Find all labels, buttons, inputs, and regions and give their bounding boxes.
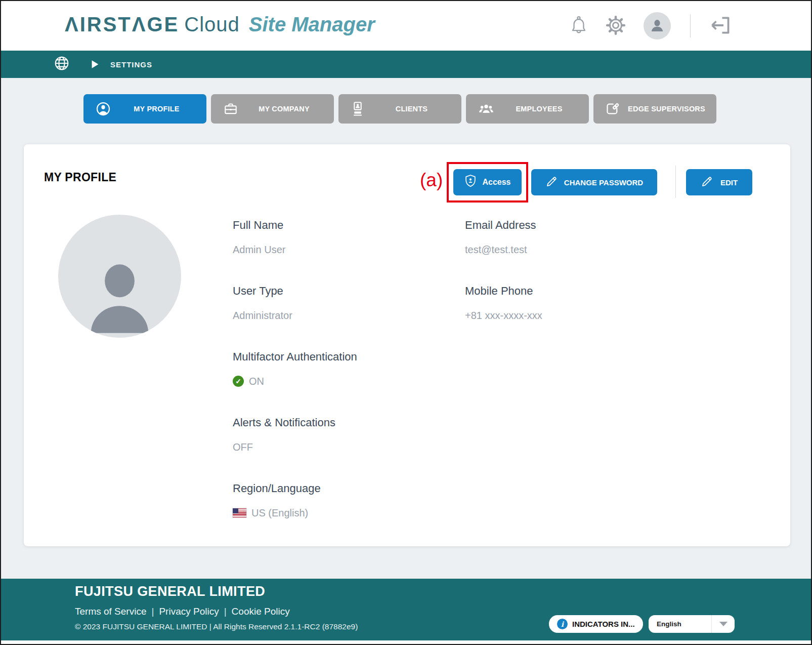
button-divider bbox=[675, 166, 676, 198]
field-full-name: Full Name Admin User bbox=[233, 219, 357, 256]
header-divider bbox=[690, 14, 691, 37]
logout-icon bbox=[710, 16, 731, 36]
field-label: Email Address bbox=[465, 219, 542, 232]
user-avatar-icon bbox=[649, 17, 665, 35]
copyright-text: © 2023 FUJITSU GENERAL LIMITED | All Rig… bbox=[75, 622, 358, 631]
breadcrumb-arrow-icon bbox=[91, 60, 99, 69]
field-label: Alerts & Notifications bbox=[233, 416, 357, 429]
terms-of-service-link[interactable]: Terms of Service bbox=[75, 606, 146, 617]
profile-picture bbox=[58, 215, 181, 338]
info-icon bbox=[557, 619, 568, 629]
pencil-icon bbox=[545, 175, 558, 189]
brand-cloud: Cloud bbox=[184, 13, 240, 35]
field-value: +81 xxx-xxxx-xxx bbox=[465, 309, 542, 322]
mfa-status: ON bbox=[249, 375, 264, 388]
profile-fields-right: Email Address test@test.test Mobile Phon… bbox=[465, 219, 542, 350]
privacy-policy-link[interactable]: Privacy Policy bbox=[159, 606, 219, 617]
person-silhouette-icon bbox=[80, 252, 159, 338]
language-dropdown-toggle[interactable] bbox=[711, 615, 735, 633]
tab-my-company[interactable]: MY COMPANY bbox=[211, 94, 334, 124]
logout-button[interactable] bbox=[710, 16, 731, 36]
field-value: Administrator bbox=[233, 309, 357, 322]
brand-airstage: ΛIRSTΛGE bbox=[65, 13, 179, 35]
field-mfa: Multifactor Authentication ON bbox=[233, 350, 357, 388]
person-circle-icon bbox=[96, 101, 111, 116]
field-label: Mobile Phone bbox=[465, 285, 542, 298]
briefcase-icon bbox=[223, 102, 238, 116]
footer-links: Terms of Service|Privacy Policy|Cookie P… bbox=[75, 606, 290, 617]
change-password-label: CHANGE PASSWORD bbox=[564, 178, 643, 187]
breadcrumb-bar: SETTINGS bbox=[1, 51, 811, 78]
annotation-label-a: (a) bbox=[420, 170, 443, 191]
field-value: test@test.test bbox=[465, 243, 542, 256]
gear-icon bbox=[605, 15, 626, 37]
bell-icon bbox=[570, 15, 588, 37]
settings-gear-button[interactable] bbox=[605, 15, 626, 37]
indicators-button-label: INDICATORS IN... bbox=[572, 620, 635, 628]
tab-clients[interactable]: CLIENTS bbox=[338, 94, 461, 124]
indicators-info-button[interactable]: INDICATORS IN... bbox=[549, 615, 643, 633]
field-label: Full Name bbox=[233, 219, 357, 232]
pencil-icon bbox=[701, 175, 713, 189]
alerts-status: OFF bbox=[233, 440, 357, 454]
footer-bottom-strip bbox=[1, 640, 811, 644]
link-separator: | bbox=[224, 606, 227, 617]
my-profile-card: MY PROFILE (a) Access CHANGE PASSWORD bbox=[24, 144, 790, 546]
field-mobile-phone: Mobile Phone +81 xxx-xxxx-xxx bbox=[465, 285, 542, 322]
account-avatar-button[interactable] bbox=[644, 12, 671, 39]
field-region-language: Region/Language US (English) bbox=[233, 482, 357, 519]
footer-company-name: FUJITSU GENERAL LIMITED bbox=[75, 584, 265, 599]
page-footer: FUJITSU GENERAL LIMITED Terms of Service… bbox=[1, 579, 811, 640]
chevron-down-icon bbox=[719, 622, 728, 626]
check-circle-icon bbox=[233, 376, 244, 387]
header-actions bbox=[570, 1, 731, 51]
shield-person-icon bbox=[464, 174, 477, 190]
field-label: Multifactor Authentication bbox=[233, 350, 357, 364]
field-value: Admin User bbox=[233, 243, 357, 256]
brand-logo: ΛIRSTΛGECloudSite Manager bbox=[65, 13, 375, 36]
access-button-label: Access bbox=[482, 178, 510, 187]
language-selected-value: English bbox=[649, 620, 711, 628]
field-email: Email Address test@test.test bbox=[465, 219, 542, 256]
edit-button[interactable]: EDIT bbox=[686, 169, 752, 195]
cookie-policy-link[interactable]: Cookie Policy bbox=[232, 606, 290, 617]
change-password-button[interactable]: CHANGE PASSWORD bbox=[531, 169, 657, 195]
field-label: User Type bbox=[233, 285, 357, 298]
notifications-button[interactable] bbox=[570, 15, 588, 37]
tab-my-profile[interactable]: MY PROFILE bbox=[83, 94, 206, 124]
link-icon bbox=[606, 101, 621, 116]
tab-edge-supervisors[interactable]: EDGE SUPERVISORS bbox=[593, 94, 716, 124]
link-separator: | bbox=[151, 606, 154, 617]
region-value: US (English) bbox=[251, 506, 308, 519]
id-stamp-icon bbox=[351, 101, 365, 116]
page-title: MY PROFILE bbox=[44, 171, 116, 184]
people-icon bbox=[478, 102, 494, 116]
brand-site-manager: Site Manager bbox=[249, 13, 375, 35]
profile-fields-left: Full Name Admin User User Type Administr… bbox=[233, 219, 357, 548]
language-selector[interactable]: English bbox=[649, 615, 735, 633]
field-label: Region/Language bbox=[233, 482, 357, 495]
globe-icon[interactable] bbox=[54, 55, 70, 73]
edit-button-label: EDIT bbox=[720, 178, 738, 187]
field-alerts: Alerts & Notifications OFF bbox=[233, 416, 357, 454]
us-flag-icon bbox=[233, 508, 246, 517]
settings-tabs: MY PROFILE MY COMPANY bbox=[83, 94, 716, 124]
field-user-type: User Type Administrator bbox=[233, 285, 357, 322]
tab-employees[interactable]: EMPLOYEES bbox=[466, 94, 589, 124]
top-header: ΛIRSTΛGECloudSite Manager bbox=[1, 1, 811, 51]
breadcrumb-settings[interactable]: SETTINGS bbox=[110, 60, 152, 69]
access-button[interactable]: Access bbox=[453, 169, 522, 195]
app-window: ΛIRSTΛGECloudSite Manager bbox=[0, 0, 812, 645]
